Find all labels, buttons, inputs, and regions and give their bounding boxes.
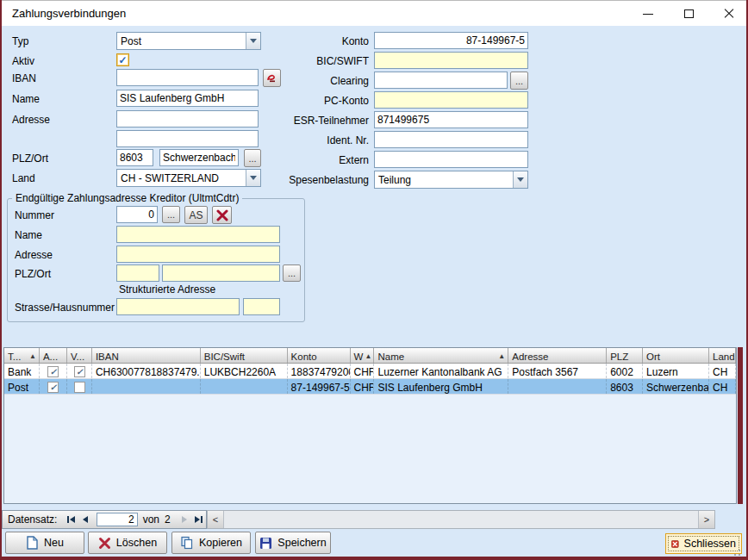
name-label: Name	[12, 93, 40, 105]
typ-label: Typ	[12, 35, 28, 47]
window-border	[0, 0, 2, 560]
first-record-icon	[67, 516, 69, 523]
konto-input[interactable]	[374, 32, 528, 49]
loeschen-button[interactable]: Löschen	[88, 532, 167, 554]
pc-konto-input[interactable]	[374, 91, 528, 109]
ort-input[interactable]	[159, 149, 239, 166]
prev-record-icon	[83, 516, 88, 523]
visum-row-checkbox[interactable]: ✓	[74, 366, 85, 377]
ultmt-plz-ort-lookup-button[interactable]: ...	[283, 264, 301, 282]
clearing-input[interactable]	[374, 72, 508, 89]
nummer-input[interactable]	[116, 206, 158, 223]
von-label: von	[143, 513, 159, 526]
cell-iban	[92, 379, 201, 394]
header-cell-bic[interactable]: BIC/Swift	[201, 348, 288, 363]
aktiv-row-checkbox[interactable]: ✓	[47, 382, 59, 393]
cell-bic	[201, 379, 288, 394]
nav-next-button[interactable]	[178, 513, 192, 526]
header-cell-name[interactable]: Name▲	[374, 348, 508, 363]
ident-nr-label: Ident. Nr.	[240, 134, 369, 146]
neu-button[interactable]: Neu	[5, 532, 84, 554]
spesenbelastung-value: Teilung	[375, 174, 513, 186]
cell-visum	[67, 379, 92, 394]
grid-right-edge	[738, 347, 743, 504]
ultmt-adresse-label: Adresse	[15, 249, 53, 261]
aktiv-row-checkbox[interactable]: ✓	[47, 366, 59, 377]
kopieren-button[interactable]: Kopieren	[171, 532, 251, 554]
header-cell-adresse[interactable]: Adresse	[508, 348, 607, 363]
header-cell-land[interactable]: Land	[709, 348, 736, 363]
header-cell-ort[interactable]: Ort	[643, 348, 709, 363]
record-number-input[interactable]	[97, 513, 138, 526]
cell-ort: Schwerzenbach	[643, 379, 709, 394]
minimize-button[interactable]	[633, 3, 664, 25]
next-record-icon	[182, 516, 187, 523]
sort-asc-icon: ▲	[365, 352, 371, 360]
maximize-icon	[684, 9, 694, 18]
nummer-label: Nummer	[15, 209, 54, 221]
cell-land: CH	[709, 364, 736, 378]
extern-input[interactable]	[374, 151, 528, 168]
ident-nr-input[interactable]	[374, 131, 528, 148]
plz-input[interactable]	[116, 149, 153, 166]
header-cell-waehrung[interactable]: W▲	[351, 348, 375, 363]
header-cell-konto[interactable]: Konto	[288, 348, 351, 363]
table-row-selected[interactable]: Post ✓ 87-149967-5 CHF SIS Laufenberg Gm…	[4, 379, 736, 395]
maximize-button[interactable]	[673, 3, 704, 25]
clear-ultmtcdtr-button[interactable]	[212, 206, 232, 224]
iban-label: IBAN	[12, 72, 36, 84]
header-cell-plz[interactable]: PLZ	[607, 348, 643, 363]
header-cell-aktiv[interactable]: A...	[40, 348, 67, 363]
chevron-down-icon[interactable]	[513, 171, 527, 188]
clearing-lookup-button[interactable]: ...	[510, 72, 528, 90]
ultmt-plz-input[interactable]	[116, 264, 159, 282]
sort-asc-icon: ▲	[498, 352, 505, 360]
ultmtcdtr-title: Endgültige Zahlungsadresse Kreditor (Ult…	[12, 192, 242, 204]
aktiv-checkbox[interactable]: ✓	[116, 53, 129, 66]
land-value: CH - SWITZERLAND	[117, 172, 246, 184]
as-button[interactable]: AS	[184, 206, 208, 224]
speichern-button[interactable]: Speichern	[255, 532, 331, 554]
ultmt-adresse-input[interactable]	[116, 246, 280, 263]
close-icon	[724, 9, 734, 19]
nav-first-button[interactable]	[64, 513, 78, 526]
nummer-lookup-button[interactable]: ...	[162, 206, 180, 223]
scroll-right-button[interactable]: >	[699, 511, 714, 528]
name-input[interactable]	[116, 90, 259, 107]
window-titlebar: Zahlungsverbindungen	[2, 1, 746, 26]
pc-konto-label: PC-Konto	[240, 95, 369, 107]
table-row[interactable]: Bank ✓ ✓ CH630077818837479... LUKBCH2260…	[4, 364, 736, 379]
scroll-left-button[interactable]: <	[208, 511, 223, 528]
record-navigator: Datensatz: von 2	[2, 510, 207, 529]
aktiv-label: Aktiv	[12, 55, 34, 67]
header-cell-iban[interactable]: IBAN	[92, 348, 201, 363]
cell-bic: LUKBCH2260A	[201, 364, 288, 378]
cell-iban: CH630077818837479...	[92, 364, 201, 378]
header-cell-typ[interactable]: T...▲	[4, 348, 40, 363]
adresse-input-2[interactable]	[116, 130, 259, 147]
ultmt-ort-input[interactable]	[162, 264, 280, 282]
nav-prev-button[interactable]	[78, 513, 93, 526]
cell-typ: Bank	[4, 364, 40, 378]
resize-grip[interactable]	[731, 546, 741, 557]
hausnummer-input[interactable]	[243, 298, 280, 315]
strasse-input[interactable]	[116, 298, 240, 315]
scrollbar-thumb[interactable]	[223, 511, 699, 528]
spesenbelastung-select[interactable]: Teilung	[374, 171, 528, 189]
new-document-icon	[26, 536, 39, 550]
last-record-icon	[195, 516, 200, 523]
h-scrollbar[interactable]: < >	[207, 510, 715, 529]
bic-swift-input[interactable]	[374, 52, 528, 69]
cell-waehrung: CHF	[351, 379, 375, 394]
nav-last-button[interactable]	[191, 513, 206, 526]
esr-teilnehmer-input[interactable]	[374, 111, 528, 128]
close-button[interactable]	[714, 3, 745, 25]
adresse-input-1[interactable]	[116, 110, 259, 128]
visum-row-checkbox[interactable]	[74, 382, 85, 393]
ultmt-name-input[interactable]	[116, 226, 280, 243]
window-border	[0, 557, 748, 560]
minimize-icon	[643, 14, 653, 15]
copy-icon	[180, 536, 194, 550]
iban-input[interactable]	[116, 69, 259, 86]
header-cell-visum[interactable]: V...	[67, 348, 92, 363]
